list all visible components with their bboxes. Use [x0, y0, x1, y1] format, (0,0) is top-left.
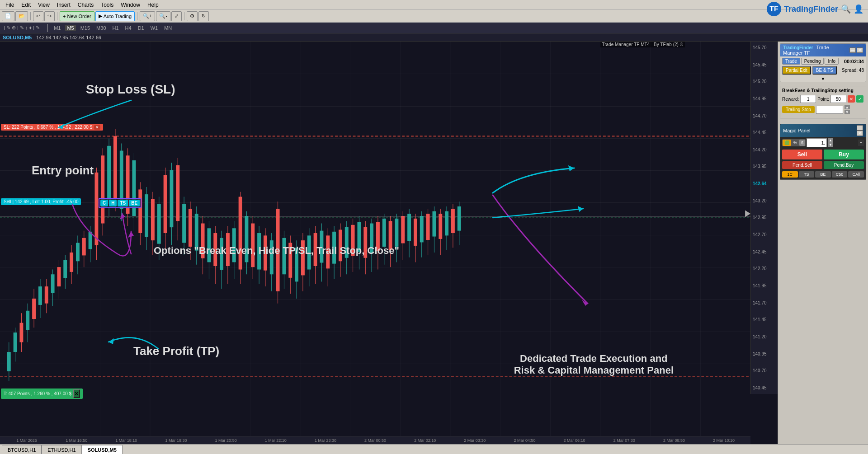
- minimize-button[interactable]: —: [849, 47, 856, 53]
- lot-down-button[interactable]: ▼: [828, 143, 833, 147]
- chart-area[interactable]: SL: 222 Points , 0.687 % , 144.92 , 222.…: [0, 42, 778, 444]
- tf-h4[interactable]: H4: [123, 25, 133, 31]
- toolbar: 📄 📂 ↩ ↪ + New Order ▶ Auto Trading 🔍+ 🔍-…: [0, 10, 868, 23]
- tf-m5[interactable]: M5: [65, 25, 75, 31]
- expand-arrow[interactable]: ▼: [780, 76, 866, 82]
- hide-option-button[interactable]: H: [109, 200, 117, 206]
- menu-help[interactable]: Help: [144, 2, 162, 8]
- fit-button[interactable]: ⤢: [171, 11, 182, 21]
- plus-button[interactable]: +: [858, 140, 864, 146]
- ts-down-button[interactable]: ▼: [844, 110, 850, 114]
- btn-call[interactable]: CAll: [848, 171, 864, 178]
- menu-file[interactable]: File: [2, 2, 18, 8]
- zoom-in-button[interactable]: 🔍+: [140, 11, 155, 21]
- be-cancel-button[interactable]: ✕: [848, 95, 855, 103]
- sell-buy-row: Sell Buy: [780, 149, 866, 160]
- ts-arrows: ▲ ▼: [844, 105, 850, 114]
- toolbar-separator-2: [57, 12, 57, 20]
- redo-button[interactable]: ↪: [44, 11, 55, 21]
- btn-c50[interactable]: C50: [832, 171, 848, 178]
- buy-button[interactable]: Buy: [824, 150, 864, 159]
- menu-bar: File Edit View Insert Charts Tools Windo…: [0, 0, 868, 10]
- close-option-button[interactable]: C: [100, 200, 108, 206]
- take-profit-annotation: Take Profit (TP): [133, 344, 219, 358]
- new-order-button[interactable]: + New Order: [60, 11, 94, 21]
- partial-exit-button[interactable]: Partial Exit: [782, 66, 811, 75]
- tf-m15[interactable]: M15: [79, 25, 92, 31]
- tab-ethusd[interactable]: ETHUSD,H1: [42, 445, 81, 454]
- sl-close-button[interactable]: ✕: [94, 125, 100, 130]
- menu-edit[interactable]: Edit: [18, 2, 34, 8]
- open-button[interactable]: 📂: [15, 11, 28, 21]
- svg-rect-159: [445, 211, 448, 236]
- tab-info[interactable]: Info: [825, 58, 839, 65]
- tp-label: T: 407 Points , 1.260 % , 407.00 $ ✕: [1, 388, 83, 399]
- menu-tools[interactable]: Tools: [97, 2, 117, 8]
- tf-w1[interactable]: W1: [149, 25, 160, 31]
- tab-pending[interactable]: Pending: [801, 58, 824, 65]
- bottom-tabs: BTCUSD,H1 ETHUSD,H1 SOLUSD,M5: [0, 444, 868, 454]
- tf-d1[interactable]: D1: [136, 25, 146, 31]
- new-file-button[interactable]: 📄: [2, 11, 14, 21]
- reward-row: Reward: Point: ✕ ✓: [782, 95, 864, 103]
- sell-button[interactable]: Sell: [782, 150, 822, 159]
- magic-close-button[interactable]: ✕: [857, 131, 863, 136]
- color-pct-button[interactable]: %: [792, 140, 799, 146]
- entry-options: C H TS BE: [99, 198, 142, 208]
- chart-symbol: SOLUSD,M5: [3, 35, 32, 40]
- btn-be[interactable]: BE: [815, 171, 831, 178]
- menu-view[interactable]: View: [34, 2, 53, 8]
- trailing-stop-button[interactable]: Trailing Stop: [782, 106, 815, 113]
- menu-charts[interactable]: Charts: [74, 2, 97, 8]
- ts-up-button[interactable]: ▲: [844, 105, 850, 109]
- properties-button[interactable]: ⚙: [187, 11, 198, 21]
- point-input[interactable]: [830, 95, 846, 103]
- time-label-6: 1 Mar 23:30: [301, 438, 350, 443]
- undo-button[interactable]: ↩: [33, 11, 43, 21]
- trade-manager-panel: TradingFinder Trade Manager TF — ✕ Trade…: [780, 43, 866, 82]
- tp-close-button[interactable]: ✕: [73, 389, 80, 398]
- pend-buy-button[interactable]: Pend.Buy: [824, 161, 864, 169]
- options-annotation: Options "Break Even, Hide TP/SL, Trail S…: [154, 245, 399, 257]
- svg-rect-75: [182, 204, 186, 243]
- tf-h1[interactable]: H1: [111, 25, 121, 31]
- search-icon[interactable]: 🔍: [841, 4, 851, 14]
- lot-input[interactable]: [807, 138, 827, 147]
- tf-m30[interactable]: M30: [94, 25, 108, 31]
- auto-trading-button[interactable]: ▶ Auto Trading: [95, 11, 135, 21]
- pend-row: Pend.Sell Pend.Buy: [780, 160, 866, 170]
- toolbar-separator-3: [137, 12, 137, 20]
- reward-input[interactable]: [800, 95, 816, 103]
- svg-rect-35: [57, 267, 61, 286]
- tab-btcusd[interactable]: BTCUSD,H1: [2, 445, 42, 454]
- person-icon[interactable]: 👤: [854, 4, 863, 14]
- svg-rect-63: [145, 194, 148, 237]
- pend-sell-button[interactable]: Pend.Sell: [782, 161, 822, 169]
- svg-rect-61: [138, 189, 142, 233]
- magic-minimize-button[interactable]: —: [857, 125, 863, 131]
- btn-1c[interactable]: 1C: [782, 171, 798, 178]
- btn-ts[interactable]: TS: [799, 171, 815, 178]
- menu-insert[interactable]: Insert: [53, 2, 74, 8]
- be-ts-button[interactable]: BE & TS: [812, 66, 837, 75]
- tf-mn[interactable]: MN: [162, 25, 174, 31]
- magic-bottom-row: 1C TS BE C50 CAll: [780, 170, 866, 179]
- color-dollar-button[interactable]: $: [799, 140, 805, 146]
- close-panel-button[interactable]: ✕: [857, 47, 863, 53]
- tab-trade[interactable]: Trade: [782, 58, 800, 65]
- be-option-button[interactable]: BE: [129, 200, 140, 206]
- time-label-3: 1 Mar 19:30: [151, 438, 201, 443]
- svg-rect-21: [14, 332, 17, 352]
- ts-option-button[interactable]: TS: [118, 200, 128, 206]
- zoom-out-button[interactable]: 🔍-: [156, 11, 170, 21]
- svg-rect-139: [382, 219, 386, 247]
- be-confirm-button[interactable]: ✓: [856, 95, 863, 103]
- refresh-button[interactable]: ↻: [198, 11, 209, 21]
- tab-solusd[interactable]: SOLUSD,M5: [82, 445, 123, 454]
- trailing-stop-input[interactable]: [816, 106, 843, 114]
- tf-m1[interactable]: M1: [52, 25, 62, 31]
- lot-up-button[interactable]: ▲: [828, 138, 833, 143]
- color-green-button[interactable]: 🟩: [783, 140, 791, 146]
- menu-window[interactable]: Window: [117, 2, 144, 8]
- svg-rect-145: [401, 216, 405, 243]
